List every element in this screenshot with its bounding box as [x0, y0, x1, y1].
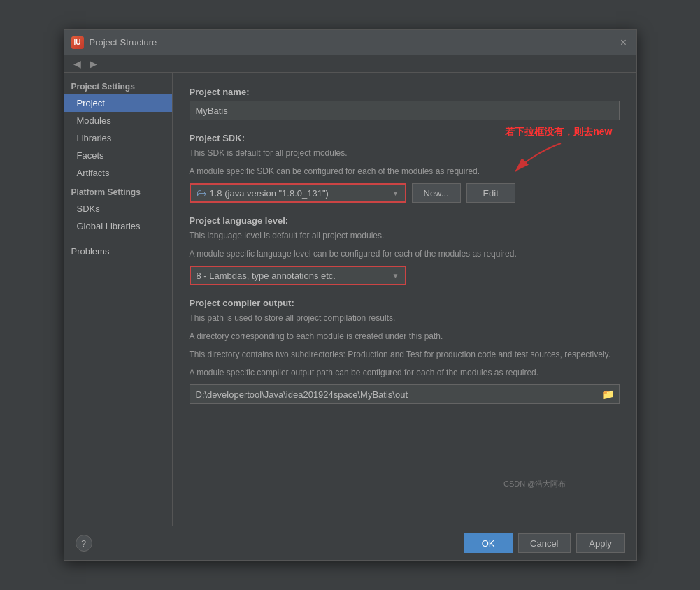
- project-compiler-desc1: This path is used to store all project c…: [190, 312, 620, 324]
- compiler-output-browse-icon[interactable]: 📁: [602, 389, 614, 400]
- project-name-label: Project name:: [190, 87, 620, 97]
- cancel-button[interactable]: Cancel: [518, 533, 570, 553]
- sidebar-item-modules[interactable]: Modules: [64, 112, 172, 129]
- language-dropdown-arrow: ▼: [392, 272, 399, 280]
- project-sdk-section: Project SDK: This SDK is default for all…: [190, 133, 620, 203]
- close-button[interactable]: ×: [618, 37, 629, 48]
- title-bar: IU Project Structure ×: [64, 30, 636, 55]
- language-value: 8 - Lambdas, type annotations etc.: [197, 271, 336, 281]
- annotation-text: 若下拉框没有，则去new: [505, 126, 612, 138]
- sidebar-item-problems[interactable]: Problems: [64, 240, 172, 262]
- project-compiler-desc4: A module specific compiler output path c…: [190, 366, 620, 379]
- sidebar-item-global-libraries[interactable]: Global Libraries: [64, 217, 172, 235]
- annotation-arrow-svg: [505, 140, 568, 175]
- project-language-section: Project language level: This language le…: [190, 215, 620, 285]
- project-name-section: Project name:: [190, 87, 620, 120]
- sdk-new-button[interactable]: New...: [412, 183, 461, 203]
- project-compiler-desc3: This directory contains two subdirectori…: [190, 348, 620, 361]
- sdk-dropdown-arrow: ▼: [392, 189, 399, 197]
- platform-settings-section-label: Platform Settings: [64, 182, 172, 200]
- main-panel: Project name: Project SDK: This SDK is d…: [173, 73, 636, 431]
- sidebar: Project Settings Project Modules Librari…: [64, 73, 173, 526]
- compiler-output-row: 📁: [190, 384, 620, 404]
- project-structure-dialog: IU Project Structure × ◀ ▶ Project Setti…: [64, 29, 637, 561]
- project-name-input[interactable]: [190, 101, 620, 120]
- project-language-desc1: This language level is default for all p…: [190, 229, 620, 242]
- project-language-desc2: A module specific language level can be …: [190, 247, 620, 260]
- project-compiler-desc2: A directory corresponding to each module…: [190, 330, 620, 343]
- main-panel-wrapper: Project name: Project SDK: This SDK is d…: [173, 73, 636, 526]
- footer: ? OK Cancel Apply: [64, 526, 636, 560]
- content-area: Project Settings Project Modules Librari…: [64, 73, 636, 526]
- back-button[interactable]: ◀: [71, 58, 83, 69]
- sdk-row: 🗁 1.8 (java version "1.8.0_131") ▼ New..…: [190, 183, 620, 203]
- project-settings-section-label: Project Settings: [64, 76, 172, 94]
- sdk-folder-icon: 🗁: [197, 187, 206, 199]
- ok-button[interactable]: OK: [464, 533, 513, 553]
- apply-button[interactable]: Apply: [576, 533, 625, 553]
- sidebar-item-artifacts[interactable]: Artifacts: [64, 164, 172, 182]
- app-icon: IU: [71, 36, 84, 49]
- watermark: CSDN @浩大阿布: [503, 479, 566, 489]
- footer-left: ?: [76, 535, 92, 552]
- sidebar-item-facets[interactable]: Facets: [64, 147, 172, 164]
- sdk-edit-button[interactable]: Edit: [466, 183, 515, 203]
- project-compiler-section: Project compiler output: This path is us…: [190, 298, 620, 404]
- sidebar-item-libraries[interactable]: Libraries: [64, 129, 172, 147]
- sdk-dropdown[interactable]: 🗁 1.8 (java version "1.8.0_131") ▼: [190, 183, 406, 203]
- sdk-value: 1.8 (java version "1.8.0_131"): [210, 188, 329, 199]
- nav-arrows: ◀ ▶: [64, 55, 636, 73]
- help-button[interactable]: ?: [76, 535, 92, 552]
- project-compiler-label: Project compiler output:: [190, 298, 620, 308]
- sidebar-item-sdks[interactable]: SDKs: [64, 200, 172, 217]
- forward-button[interactable]: ▶: [87, 58, 99, 69]
- sidebar-item-project[interactable]: Project: [64, 94, 172, 112]
- compiler-output-input[interactable]: [190, 384, 620, 404]
- language-dropdown[interactable]: 8 - Lambdas, type annotations etc. ▼: [190, 266, 406, 285]
- project-language-label: Project language level:: [190, 215, 620, 226]
- dialog-title: Project Structure: [90, 37, 618, 48]
